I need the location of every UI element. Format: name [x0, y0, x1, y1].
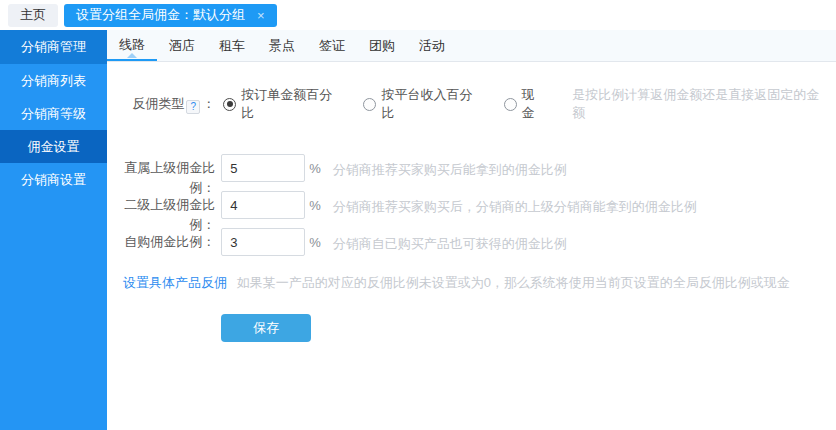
radio-label: 按平台收入百分比 [381, 86, 481, 122]
radio-order-amount-percent[interactable]: 按订单金额百分比 [223, 86, 341, 122]
radio-label: 按订单金额百分比 [241, 86, 341, 122]
sidebar-item-distributor-level[interactable]: 分销商等级 [0, 97, 107, 130]
product-rebate-hint: 如果某一产品的对应的反佣比例未设置或为0，那么系统将使用当前页设置的全局反佣比例… [237, 275, 790, 290]
radio-selected-icon[interactable] [223, 98, 236, 111]
top-tab-bar: 主页 设置分组全局佣金：默认分组 × [0, 0, 836, 30]
sidebar-header-distributor-management[interactable]: 分销商管理 [0, 30, 107, 64]
tab-visa[interactable]: 签证 [307, 30, 357, 61]
rebate-type-label: 反佣类型?： [123, 94, 215, 114]
second-level-commission-row: 二级上级佣金比例： % 分销商推荐买家购买后，分销商的上级分销商能拿到的佣金比例 [123, 191, 824, 219]
percent-unit: % [309, 228, 321, 250]
tab-title: 设置分组全局佣金：默认分组 [76, 6, 245, 24]
set-product-rebate-link[interactable]: 设置具体产品反佣 [123, 275, 227, 290]
tab-group-buy[interactable]: 团购 [357, 30, 407, 61]
tab-car-rental[interactable]: 租车 [207, 30, 257, 61]
sidebar-item-distributor-list[interactable]: 分销商列表 [0, 64, 107, 97]
percent-unit: % [309, 154, 321, 176]
sidebar-item-distributor-settings[interactable]: 分销商设置 [0, 163, 107, 196]
direct-superior-commission-input[interactable] [221, 154, 305, 182]
main-panel: 线路 酒店 租车 景点 签证 团购 活动 反佣类型?： 按订单金额百分比 [107, 30, 836, 430]
radio-platform-income-percent[interactable]: 按平台收入百分比 [363, 86, 481, 122]
second-level-commission-hint: 分销商推荐买家购买后，分销商的上级分销商能拿到的佣金比例 [333, 191, 697, 216]
rebate-type-hint: 是按比例计算返佣金额还是直接返固定的金额 [572, 86, 824, 122]
self-purchase-commission-hint: 分销商自已购买产品也可获得的佣金比例 [333, 228, 567, 253]
tab-commission-settings[interactable]: 设置分组全局佣金：默认分组 × [64, 4, 277, 27]
tab-attraction[interactable]: 景点 [257, 30, 307, 61]
label-colon: ： [202, 96, 215, 111]
direct-superior-commission-row: 直属上级佣金比例： % 分销商推荐买家购买后能拿到的佣金比例 [123, 154, 824, 182]
second-level-commission-input[interactable] [221, 191, 305, 219]
commission-form: 反佣类型?： 按订单金额百分比 按平台收入百分比 现金 是按比例计算返佣金额还是… [107, 62, 836, 430]
percent-unit: % [309, 191, 321, 213]
self-purchase-commission-row: 自购佣金比例： % 分销商自已购买产品也可获得的佣金比例 [123, 228, 824, 256]
sidebar-item-commission-settings[interactable]: 佣金设置 [0, 130, 107, 163]
self-purchase-commission-label: 自购佣金比例： [123, 228, 215, 252]
help-icon[interactable]: ? [186, 100, 200, 114]
tab-home[interactable]: 主页 [8, 4, 58, 27]
rebate-type-label-text: 反佣类型 [132, 96, 184, 111]
radio-unselected-icon[interactable] [504, 98, 517, 111]
tab-activity[interactable]: 活动 [407, 30, 457, 61]
product-rebate-link-row: 设置具体产品反佣 如果某一产品的对应的反佣比例未设置或为0，那么系统将使用当前页… [123, 274, 824, 292]
category-tabs: 线路 酒店 租车 景点 签证 团购 活动 [107, 30, 836, 62]
tab-route[interactable]: 线路 [107, 30, 157, 61]
tab-label: 线路 [119, 36, 145, 54]
sidebar: 分销商管理 分销商列表 分销商等级 佣金设置 分销商设置 [0, 30, 107, 430]
radio-label: 现金 [522, 86, 547, 122]
save-button[interactable]: 保存 [221, 314, 311, 342]
close-icon[interactable]: × [257, 9, 265, 22]
direct-superior-commission-hint: 分销商推荐买家购买后能拿到的佣金比例 [333, 154, 567, 179]
rebate-type-row: 反佣类型?： 按订单金额百分比 按平台收入百分比 现金 是按比例计算返佣金额还是… [123, 86, 824, 122]
radio-cash[interactable]: 现金 [504, 86, 547, 122]
self-purchase-commission-input[interactable] [221, 228, 305, 256]
active-tab-caret-icon [127, 53, 137, 58]
radio-unselected-icon[interactable] [363, 98, 376, 111]
tab-hotel[interactable]: 酒店 [157, 30, 207, 61]
